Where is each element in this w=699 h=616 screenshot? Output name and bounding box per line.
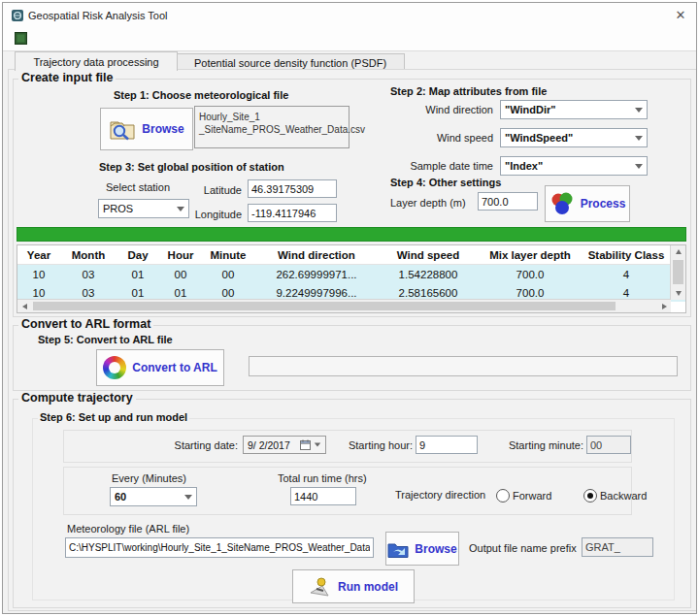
folder-browse-icon: [387, 540, 409, 558]
layer-depth-label: Layer depth (m): [390, 197, 466, 209]
wind-direction-select[interactable]: "WindDir": [500, 100, 648, 119]
radio-forward[interactable]: [496, 489, 510, 503]
step5-title: Step 5: Convert to ARL file: [36, 334, 175, 345]
step1-title: Step 1: Choose meteorological file: [112, 89, 290, 101]
forward-label: Forward: [513, 490, 551, 502]
process-label: Process: [581, 197, 626, 211]
wind-speed-select[interactable]: "WindSpeed": [500, 128, 648, 147]
starting-minute-input: [586, 436, 631, 454]
dropdown-caret-icon: [635, 136, 643, 141]
longitude-label: Longitude: [170, 209, 242, 220]
convert-arl-group-label: Convert to ARL format: [18, 317, 153, 331]
sample-date-time-label: Sample date time: [388, 160, 493, 172]
step4-title: Step 4: Other settings: [388, 177, 503, 188]
dropdown-caret-icon: [315, 443, 320, 447]
step3-title: Step 3: Set global position of station: [97, 161, 286, 173]
about-icon: [15, 32, 27, 45]
folder-search-icon: [109, 117, 136, 141]
convert-progress-bar: [249, 356, 678, 376]
wind-direction-label: Wind direction: [388, 104, 493, 115]
latitude-label: Latitude: [170, 184, 242, 196]
browse-met-file-button[interactable]: Browse: [100, 108, 193, 150]
starting-date-picker[interactable]: 9/ 2/2017: [243, 436, 326, 454]
app-window: Geospatial Risk Analysis Tool ✕ About He…: [2, 2, 697, 614]
create-input-group-label: Create input file: [18, 71, 116, 84]
convert-to-arl-button[interactable]: Convert to ARL: [96, 349, 224, 386]
longitude-input[interactable]: [248, 204, 337, 222]
run-model-icon: [309, 576, 332, 598]
scroll-down-icon[interactable]: [671, 287, 685, 300]
latitude-input[interactable]: [248, 179, 337, 198]
vertical-scrollbar[interactable]: [670, 245, 685, 300]
dropdown-caret-icon: [635, 164, 643, 169]
tab-trajectory-data-processing[interactable]: Trajectory data processing: [15, 51, 178, 71]
table-header-row: Year Month Day Hour Minute Wind directio…: [17, 245, 685, 265]
compute-trajectory-group-label: Compute trajectory: [18, 391, 136, 405]
scroll-left-icon[interactable]: [17, 300, 31, 312]
browse-met-file-label: Browse: [142, 122, 183, 136]
step2-title: Step 2: Map attributes from file: [388, 85, 549, 97]
met-file-line1: Hourly_Site_1: [199, 111, 345, 123]
total-run-time-label: Total run time (hrs): [278, 472, 367, 484]
process-button[interactable]: Process: [545, 185, 630, 222]
dropdown-caret-icon: [184, 495, 192, 500]
starting-hour-label: Starting hour:: [341, 439, 413, 451]
weather-data-table: Year Month Day Hour Minute Wind directio…: [17, 244, 686, 313]
step6-title: Step 6: Set up and run model: [38, 411, 189, 423]
met-arl-file-label: Meteorology file (ARL file): [67, 523, 189, 535]
trajectory-direction-label: Trajectory direction: [395, 489, 485, 501]
met-file-line2: _SiteName_PROS_Weather_Data.csv: [199, 123, 345, 136]
browse-arl-label: Browse: [415, 542, 456, 556]
close-icon[interactable]: ✕: [667, 5, 694, 25]
total-run-time-input[interactable]: [290, 487, 356, 505]
table-row[interactable]: 10 03 01 00 00 262.69999971... 1.5422880…: [17, 265, 685, 283]
radio-backward[interactable]: [583, 489, 597, 503]
horizontal-scrollbar[interactable]: [17, 299, 671, 312]
run-model-button[interactable]: Run model: [292, 569, 415, 603]
process-rgb-icon: [549, 191, 575, 216]
dropdown-caret-icon: [635, 108, 643, 113]
title-bar: Geospatial Risk Analysis Tool ✕: [3, 3, 696, 29]
window-title: Geospatial Risk Analysis Tool: [28, 10, 167, 21]
convert-ring-icon: [103, 356, 126, 379]
sample-date-time-select[interactable]: "Index": [500, 156, 648, 176]
select-station-label: Select station: [106, 181, 170, 193]
starting-minute-label: Starting minute:: [502, 439, 583, 451]
met-file-name-label: Hourly_Site_1 _SiteName_PROS_Weather_Dat…: [194, 106, 350, 148]
horizontal-scroll-thumb[interactable]: [33, 302, 616, 310]
vertical-scroll-thumb[interactable]: [673, 260, 683, 284]
starting-hour-input[interactable]: [416, 436, 478, 454]
starting-date-label: Starting date:: [156, 439, 238, 451]
app-icon: [11, 9, 24, 22]
every-minutes-label: Every (Minutes): [112, 472, 186, 484]
run-model-label: Run model: [338, 580, 398, 594]
scroll-right-icon[interactable]: [657, 300, 671, 312]
backward-label: Backward: [600, 490, 647, 502]
browse-arl-file-button[interactable]: Browse: [385, 532, 459, 566]
output-prefix-input[interactable]: [582, 537, 653, 557]
calendar-icon: [300, 439, 311, 450]
output-prefix-label: Output file name prefix: [469, 542, 577, 554]
met-arl-file-input[interactable]: [65, 537, 374, 558]
menu-bar: About Help: [3, 28, 696, 51]
every-minutes-select[interactable]: 60: [110, 487, 197, 506]
layer-depth-input[interactable]: [478, 192, 538, 211]
wind-speed-label: Wind speed: [388, 132, 493, 144]
convert-to-arl-label: Convert to ARL: [132, 361, 217, 374]
process-progress-bar: [17, 227, 686, 242]
scroll-up-icon[interactable]: [671, 245, 685, 258]
